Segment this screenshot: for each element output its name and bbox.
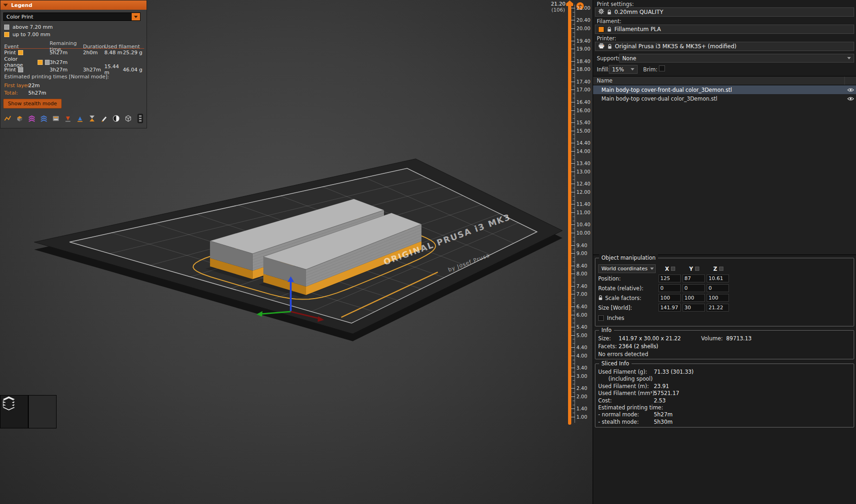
view-type-combo[interactable]: Color Print	[3, 13, 141, 21]
layer-tick-minor	[573, 188, 575, 188]
seams-icon[interactable]	[27, 114, 37, 123]
event-label: Print	[4, 50, 16, 56]
current-layer-height: 21.20	[551, 1, 566, 7]
layer-tick-minor	[573, 290, 575, 291]
uniform-scale-lock-icon[interactable]	[598, 295, 603, 300]
retractions-icon[interactable]	[63, 114, 73, 123]
right-sidebar: Print settings: 0.20mm QUALITY Filament:…	[593, 0, 856, 504]
object-list: Name Main body-top cover-front-dual colo…	[593, 76, 856, 255]
layer-tick-minor	[573, 196, 575, 197]
scale-z-field[interactable]	[707, 294, 729, 302]
layer-tick-minor	[573, 24, 575, 25]
deretractions-icon[interactable]	[75, 114, 85, 123]
table-row: Print 5h27m 2h0m 8.48 m 25.29 g	[4, 49, 144, 56]
gear-icon	[598, 8, 604, 16]
supports-combo[interactable]: None	[619, 54, 854, 63]
object-list-item[interactable]: Main body-top cover-front-dual color_3De…	[593, 85, 856, 94]
rotate-y-field[interactable]	[683, 284, 705, 292]
sliced-label: (including spool)	[598, 376, 654, 383]
layer-tick-minor	[573, 229, 575, 229]
sliced-label: Cost:	[598, 397, 654, 404]
layer-tick-label: 11.00	[576, 210, 590, 215]
wipe-icon[interactable]	[15, 114, 25, 123]
wireframe-icon[interactable]	[123, 114, 133, 123]
rotate-z-field[interactable]	[707, 284, 729, 292]
coordinates-combo[interactable]: World coordinates	[598, 264, 656, 273]
view-type-value: Color Print	[4, 14, 132, 20]
print-settings-value: 0.20mm QUALITY	[614, 9, 663, 15]
sliced-label: - normal mode:	[598, 411, 654, 418]
layer-tick-minor	[573, 45, 575, 45]
section-title: Info	[599, 327, 614, 333]
layer-tick-minor	[573, 159, 575, 159]
layer-tick-minor	[573, 241, 575, 242]
position-x-field[interactable]	[658, 274, 681, 282]
chevron-down-icon	[650, 268, 654, 270]
position-z-field[interactable]	[707, 274, 729, 282]
infill-combo[interactable]: 15%	[609, 65, 638, 74]
filament-combo[interactable]: Fillamentum PLA	[595, 25, 854, 34]
printer-combo[interactable]: Original Prusa i3 MK3S & MK3S+ (modified…	[595, 42, 854, 51]
legend-swatch-upto: up to 7.00 mm	[4, 32, 50, 38]
layer-tick-minor	[573, 269, 575, 270]
pause-prints-icon[interactable]	[87, 114, 97, 123]
tool-changes-icon[interactable]	[39, 114, 49, 123]
shells-icon[interactable]	[111, 114, 121, 123]
size-z-field[interactable]	[707, 304, 729, 312]
layer-tick-label: 8.00	[576, 271, 587, 276]
layer-tick-minor	[573, 360, 575, 360]
layer-tick-label: 12.40	[576, 181, 590, 186]
sliced-row: Cost:2.53	[598, 397, 854, 404]
scale-row: Scale factors:	[598, 293, 854, 303]
view-type-dropdown-button[interactable]	[132, 13, 140, 20]
layer-tick-minor	[573, 32, 575, 33]
print-settings-combo[interactable]: 0.20mm QUALITY	[595, 7, 854, 17]
layer-tick-minor	[573, 401, 575, 401]
collapse-legend-icon[interactable]	[135, 114, 145, 123]
layer-tick-minor	[573, 331, 575, 332]
total-label: Total:	[4, 90, 18, 96]
size-label: Size [World]:	[598, 305, 632, 311]
position-y-field[interactable]	[683, 274, 705, 282]
lock-icon	[607, 10, 612, 15]
legend-toolbar	[3, 114, 145, 123]
layer-tick-label: 13.40	[576, 160, 590, 166]
inches-label: Inches	[607, 315, 624, 321]
legend-titlebar[interactable]: Legend	[0, 0, 147, 10]
layer-tick-minor	[573, 37, 575, 37]
scale-y-field[interactable]	[683, 294, 705, 302]
info-volume-label: Volume:	[701, 335, 726, 343]
object-list-item[interactable]: Main body-top cover-dual color_3Demon.st…	[593, 94, 856, 103]
layer-tick-minor	[573, 351, 575, 352]
layer-tick-minor	[573, 94, 575, 94]
layer-tick-label: 6.40	[576, 304, 587, 309]
layer-slider-track[interactable]	[568, 5, 571, 425]
eye-icon[interactable]	[847, 88, 854, 92]
layer-slider-handle[interactable]	[566, 0, 573, 6]
printer-icon	[598, 43, 605, 50]
rotate-x-field[interactable]	[658, 284, 681, 292]
eye-icon[interactable]	[847, 96, 854, 101]
inches-checkbox[interactable]	[598, 315, 604, 321]
remaining-value: 3h27m	[50, 67, 83, 73]
event-color-swatch	[18, 67, 23, 72]
lock-icon	[607, 27, 612, 32]
travels-icon[interactable]	[3, 114, 13, 123]
layer-tick-label: 6.00	[576, 312, 587, 318]
show-stealth-mode-button[interactable]: Show stealth mode	[3, 99, 62, 108]
brim-checkbox[interactable]	[659, 65, 665, 71]
rotate-row: Rotate (relative):	[598, 283, 854, 293]
custom-gcode-icon[interactable]	[99, 114, 109, 123]
color-changes-icon[interactable]	[51, 114, 61, 123]
layer-tick-minor	[573, 167, 575, 168]
scale-x-field[interactable]	[658, 294, 681, 302]
size-volume-row: Size: 141.97 x 30.00 x 21.22 Volume: 897…	[598, 335, 854, 343]
object-name: Main body-top cover-dual color_3Demon.st…	[593, 96, 844, 102]
size-x-field[interactable]	[658, 304, 681, 312]
size-y-field[interactable]	[683, 304, 705, 312]
info-volume-value: 89713.13	[726, 335, 854, 343]
layer-tick-label: 5.00	[576, 332, 587, 338]
preview-view-button[interactable]	[28, 395, 57, 428]
sliced-row: Used Filament (g):71.33 (301.33)	[598, 369, 854, 376]
layer-tick-label: 19.40	[576, 38, 590, 44]
